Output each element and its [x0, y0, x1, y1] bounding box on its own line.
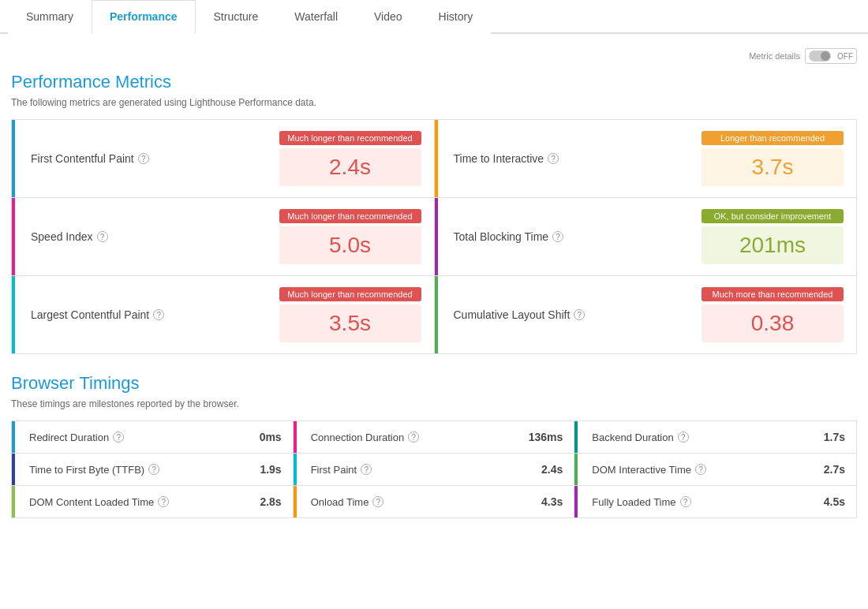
browser-timings-subtitle: These timings are milestones reported by… — [11, 398, 857, 409]
timing-cell-connectionduration: Connection Duration?136ms — [294, 421, 575, 454]
question-mark-icon[interactable]: ? — [678, 432, 689, 443]
metric-label: Time to Interactive? — [454, 152, 702, 165]
question-mark-icon[interactable]: ? — [361, 464, 372, 475]
timing-label: Time to First Byte (TTFB)? — [23, 464, 159, 476]
metric-value: 2.4s — [279, 148, 421, 186]
performance-subtitle: The following metrics are generated usin… — [11, 97, 857, 108]
tab-structure[interactable]: Structure — [196, 0, 277, 34]
metric-details-label: Metric details — [749, 51, 800, 61]
metric-cell-cumulative-layout-shift: Cumulative Layout Shift?Much more than r… — [435, 276, 857, 353]
timing-bar — [12, 454, 15, 485]
tab-performance[interactable]: Performance — [92, 0, 196, 34]
question-mark-icon[interactable]: ? — [552, 231, 563, 242]
metric-value: 5.0s — [279, 226, 421, 264]
metric-label: Largest Contentful Paint? — [31, 308, 279, 321]
metrics-grid: First Contentful Paint?Much longer than … — [11, 119, 857, 354]
timing-cell-domcontentloadedtime: DOM Content Loaded Time?2.8s — [12, 486, 294, 517]
timing-bar — [294, 421, 297, 453]
metric-label: Cumulative Layout Shift? — [454, 308, 702, 321]
timing-bar — [294, 454, 297, 485]
metric-bar — [435, 120, 438, 197]
metric-badge: Much more than recommended — [702, 287, 844, 301]
metric-cell-speed-index: Speed Index?Much longer than recommended… — [12, 198, 435, 275]
timing-value: 2.8s — [260, 495, 281, 508]
timing-label: Onload Time? — [305, 496, 384, 508]
metric-details-toggle[interactable]: OFF — [805, 48, 857, 64]
timing-cell-onloadtime: Onload Time?4.3s — [294, 486, 575, 517]
timing-value: 1.7s — [824, 431, 845, 443]
timing-cell-fullyloadedtime: Fully Loaded Time?4.5s — [574, 486, 856, 517]
timing-bar — [574, 421, 578, 453]
metric-label: Speed Index? — [31, 230, 279, 243]
metric-badge: OK, but consider improvement — [702, 209, 844, 223]
timing-bar — [12, 486, 15, 517]
metric-row: First Contentful Paint?Much longer than … — [12, 120, 856, 198]
metric-value: 201ms — [702, 226, 844, 264]
metric-bar — [12, 120, 15, 197]
timing-bar — [574, 454, 578, 485]
timing-label: Fully Loaded Time? — [586, 496, 690, 508]
metric-cell-largest-contentful-paint: Largest Contentful Paint?Much longer tha… — [12, 276, 435, 353]
metric-bar — [12, 198, 15, 275]
timing-value: 136ms — [529, 431, 563, 443]
metric-cell-first-contentful-paint: First Contentful Paint?Much longer than … — [12, 120, 435, 197]
metric-bar — [12, 276, 15, 353]
timing-label: DOM Interactive Time? — [586, 464, 706, 476]
timing-bar — [12, 421, 15, 453]
timing-label: Redirect Duration? — [23, 432, 124, 443]
metric-row: Largest Contentful Paint?Much longer tha… — [12, 276, 856, 353]
metric-badge: Much longer than recommended — [279, 131, 421, 145]
question-mark-icon[interactable]: ? — [113, 432, 124, 443]
timing-label: Connection Duration? — [305, 432, 420, 443]
timing-cell-timetofirstbytettfb: Time to First Byte (TTFB)?1.9s — [12, 454, 294, 486]
question-mark-icon[interactable]: ? — [148, 464, 159, 475]
metric-value: 0.38 — [702, 304, 844, 342]
question-mark-icon[interactable]: ? — [548, 153, 559, 164]
metric-cell-time-to-interactive: Time to Interactive?Longer than recommen… — [435, 120, 857, 197]
timings-grid: Redirect Duration?0msConnection Duration… — [11, 420, 857, 518]
timing-value: 2.4s — [541, 463, 563, 476]
timing-value: 1.9s — [260, 463, 281, 476]
timing-value: 0ms — [260, 431, 282, 443]
metric-value: 3.5s — [279, 304, 421, 342]
timing-bar — [574, 486, 578, 517]
timing-label: DOM Content Loaded Time? — [23, 496, 169, 508]
timing-value: 4.3s — [541, 495, 563, 508]
performance-title: Performance Metrics — [11, 72, 857, 92]
tab-bar: SummaryPerformanceStructureWaterfallVide… — [0, 0, 868, 34]
timing-label: First Paint? — [305, 464, 372, 476]
question-mark-icon[interactable]: ? — [153, 309, 164, 320]
timing-value: 4.5s — [824, 495, 845, 508]
tab-video[interactable]: Video — [356, 0, 421, 34]
question-mark-icon[interactable]: ? — [158, 496, 169, 507]
metric-badge: Much longer than recommended — [279, 287, 421, 301]
question-mark-icon[interactable]: ? — [574, 309, 585, 320]
question-mark-icon[interactable]: ? — [695, 464, 706, 475]
question-mark-icon[interactable]: ? — [372, 496, 383, 507]
metric-bar — [435, 276, 438, 353]
metric-row: Speed Index?Much longer than recommended… — [12, 198, 856, 276]
tab-waterfall[interactable]: Waterfall — [276, 0, 356, 34]
question-mark-icon[interactable]: ? — [408, 432, 419, 443]
metric-label: Total Blocking Time? — [454, 230, 702, 243]
question-mark-icon[interactable]: ? — [680, 496, 691, 507]
timing-bar — [294, 486, 297, 517]
browser-timings-title: Browser Timings — [11, 373, 857, 394]
timing-cell-firstpaint: First Paint?2.4s — [294, 454, 575, 486]
metric-bar — [435, 198, 438, 275]
metric-label: First Contentful Paint? — [31, 152, 279, 165]
tab-history[interactable]: History — [421, 0, 492, 34]
metric-badge: Much longer than recommended — [279, 209, 421, 223]
timing-cell-dominteractivetime: DOM Interactive Time?2.7s — [574, 454, 856, 486]
timing-label: Backend Duration? — [586, 432, 688, 443]
toggle-off-label: OFF — [834, 52, 856, 61]
timing-value: 2.7s — [824, 463, 845, 476]
metric-value: 3.7s — [702, 148, 844, 186]
timing-cell-backendduration: Backend Duration?1.7s — [574, 421, 856, 454]
metric-badge: Longer than recommended — [702, 131, 844, 145]
timing-cell-redirectduration: Redirect Duration?0ms — [12, 421, 294, 454]
question-mark-icon[interactable]: ? — [97, 231, 108, 242]
question-mark-icon[interactable]: ? — [138, 153, 149, 164]
tab-summary[interactable]: Summary — [8, 0, 92, 34]
metric-cell-total-blocking-time: Total Blocking Time?OK, but consider imp… — [435, 198, 857, 275]
